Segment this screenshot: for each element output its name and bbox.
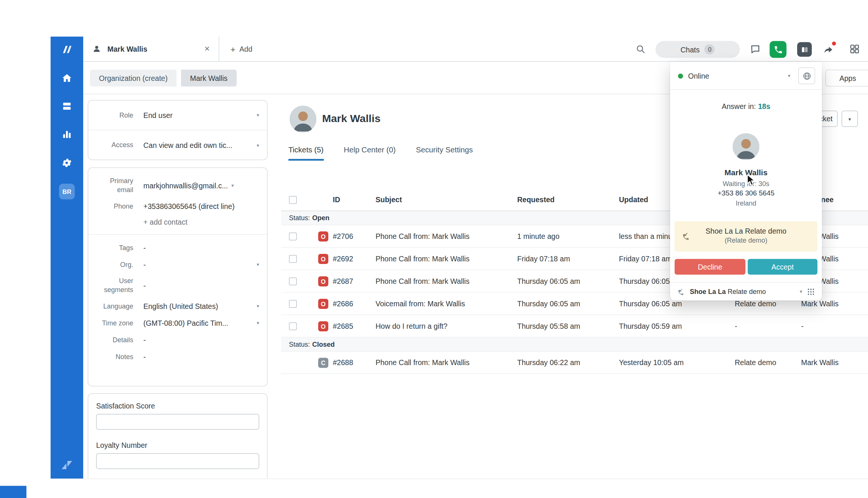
ticket-subject[interactable]: Phone Call from: Mark Wallis — [376, 277, 517, 286]
row-checkbox[interactable] — [289, 255, 297, 262]
primary-email-value[interactable]: markjohnwallis@gmail.c... — [144, 181, 228, 190]
chevron-down-icon[interactable]: ▾ — [253, 112, 259, 118]
user-details-card: Primary email markjohnwallis@gmail.c...▾… — [88, 167, 268, 386]
chevron-down-icon[interactable]: ▾ — [253, 142, 259, 148]
ticket-id[interactable]: #2706 — [333, 232, 376, 241]
language-label: Language — [96, 301, 133, 310]
new-ticket-dropdown[interactable]: ▾ — [842, 111, 858, 127]
satisfaction-score-label: Satisfaction Score — [96, 402, 259, 410]
details-value[interactable]: - — [144, 335, 259, 344]
dialpad-icon[interactable] — [807, 287, 816, 296]
chevron-down-icon[interactable]: ▾ — [253, 320, 259, 326]
chevron-down-icon[interactable]: ▾ — [800, 289, 802, 294]
chevron-down-icon[interactable]: ▾ — [253, 262, 259, 267]
status-label: Status: — [289, 340, 310, 348]
decline-button[interactable]: Decline — [675, 259, 745, 275]
admin-gear-icon[interactable] — [61, 157, 73, 168]
ticket-assignee: Mark Wallis — [801, 300, 868, 308]
ticket-subject[interactable]: Phone Call from: Mark Wallis — [376, 255, 517, 263]
header-requested[interactable]: Requested — [517, 195, 619, 204]
views-icon[interactable] — [61, 101, 73, 112]
ticket-assignee: Mark Wallis — [801, 358, 868, 367]
divider — [88, 234, 267, 235]
table-row[interactable]: C #2688 Phone Call from: Mark Wallis Thu… — [281, 352, 868, 374]
ticket-subject[interactable]: Voicemail from: Mark Wallis — [376, 300, 517, 308]
language-globe-button[interactable] — [798, 67, 815, 84]
add-contact-link[interactable]: + add contact — [88, 214, 267, 230]
caller-number: +353 86 306 5645 — [670, 189, 822, 197]
ticket-id[interactable]: #2687 — [333, 277, 376, 286]
row-checkbox[interactable] — [289, 277, 297, 285]
role-value[interactable]: End user — [144, 111, 253, 119]
tab-tickets[interactable]: Tickets (5) — [289, 146, 324, 161]
ticket-subject[interactable]: How do I return a gift? — [376, 322, 517, 331]
select-all-checkbox[interactable] — [289, 196, 297, 204]
footer-line-rest: Relate demo — [728, 288, 766, 295]
phone-value[interactable]: +353863065645 (direct line) — [144, 202, 259, 210]
status-badge: O — [318, 253, 328, 264]
reporting-icon[interactable] — [61, 129, 73, 140]
access-label: Access — [96, 141, 133, 150]
tags-value[interactable]: - — [144, 243, 259, 252]
user-segments-value[interactable]: - — [144, 281, 259, 290]
add-label: Add — [239, 45, 253, 53]
custom-fields-card: Satisfaction Score Loyalty Number Member… — [88, 393, 268, 479]
phone-forward-icon[interactable] — [821, 42, 835, 57]
apps-button[interactable]: Apps — [825, 70, 868, 86]
org-label: Org. — [96, 260, 133, 269]
access-value[interactable]: Can view and edit own tic... — [144, 141, 253, 150]
apps-grid-icon[interactable] — [849, 43, 860, 55]
search-icon[interactable] — [635, 44, 646, 55]
ticket-requested: Thursday 06:05 am — [517, 300, 619, 308]
breadcrumb-organization[interactable]: Organization (create) — [90, 70, 177, 86]
ticket-requested: Thursday 05:58 am — [517, 322, 619, 331]
ticket-id[interactable]: #2685 — [333, 322, 376, 331]
ticket-id[interactable]: #2692 — [333, 255, 376, 263]
sidebar-app-badge[interactable]: BR — [59, 184, 75, 200]
table-row[interactable]: O #2685 How do I return a gift? Thursday… — [281, 315, 868, 338]
close-icon[interactable]: × — [204, 44, 210, 54]
ticket-subject[interactable]: Phone Call from: Mark Wallis — [376, 358, 517, 367]
zendesk-logo-icon[interactable] — [61, 459, 73, 471]
user-tab[interactable]: Mark Wallis × — [83, 37, 219, 61]
app-window: BR Mark Wallis × + Add Chats — [51, 37, 868, 479]
add-tab-button[interactable]: + Add — [221, 37, 261, 61]
desktop-corner — [0, 486, 27, 498]
org-value[interactable]: - — [144, 260, 253, 269]
row-checkbox[interactable] — [289, 300, 297, 307]
ticket-subject[interactable]: Phone Call from: Mark Wallis — [376, 232, 517, 241]
chat-icon[interactable] — [750, 44, 761, 55]
chats-button[interactable]: Chats 0 — [655, 41, 740, 58]
line-title: Shoe La La Relate demo — [675, 227, 817, 236]
ticket-updated: Yesterday 10:05 am — [619, 358, 735, 367]
product-logo-icon[interactable] — [61, 43, 73, 56]
accept-button[interactable]: Accept — [748, 259, 817, 275]
header-subject[interactable]: Subject — [376, 195, 517, 204]
home-icon[interactable] — [61, 73, 73, 84]
panels-icon[interactable] — [797, 42, 812, 57]
breadcrumb-user[interactable]: Mark Wallis — [181, 70, 236, 86]
ticket-id[interactable]: #2686 — [333, 300, 376, 308]
header-id[interactable]: ID — [333, 195, 376, 204]
line-selector-row[interactable]: Shoe La La Relate demo ▾ — [670, 282, 822, 301]
talk-phone-button[interactable] — [770, 41, 787, 58]
chevron-down-icon[interactable]: ▾ — [231, 183, 234, 188]
sidebar: BR — [51, 37, 83, 479]
tags-label: Tags — [96, 243, 133, 252]
loyalty-number-input[interactable] — [96, 453, 259, 469]
tab-security-settings[interactable]: Security Settings — [416, 146, 473, 161]
chevron-down-icon[interactable]: ▾ — [253, 303, 259, 309]
user-tab-label: Mark Wallis — [108, 45, 148, 53]
satisfaction-score-input[interactable] — [96, 414, 259, 430]
time-zone-row: Time zone (GMT-08:00) Pacific Tim... ▾ — [88, 315, 267, 331]
time-zone-value[interactable]: (GMT-08:00) Pacific Tim... — [144, 319, 253, 327]
notes-value[interactable]: - — [144, 352, 259, 361]
answer-prefix: Answer in: — [722, 102, 756, 111]
row-checkbox[interactable] — [289, 232, 297, 240]
row-checkbox[interactable] — [289, 322, 297, 330]
language-value[interactable]: English (United States) — [144, 302, 253, 310]
ticket-id[interactable]: #2688 — [333, 358, 376, 367]
tags-row: Tags - — [88, 239, 267, 256]
tab-help-center[interactable]: Help Center (0) — [344, 146, 395, 161]
agent-status-select[interactable]: Online ▾ — [678, 67, 790, 84]
